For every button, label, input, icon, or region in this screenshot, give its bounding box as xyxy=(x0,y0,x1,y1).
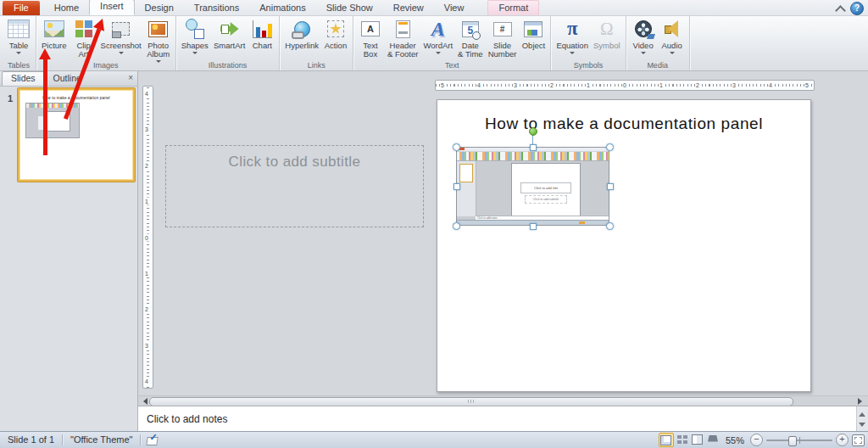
button-label: Video xyxy=(633,42,654,50)
action-button[interactable]: Action xyxy=(321,16,350,50)
close-panel-icon[interactable]: × xyxy=(128,73,133,83)
status-bar-right: 55% − + xyxy=(659,432,865,448)
tab-animations[interactable]: Animations xyxy=(249,1,315,15)
tab-file[interactable]: File xyxy=(3,1,40,15)
dropdown-arrow-icon xyxy=(192,52,198,57)
smartart-button[interactable]: SmartArt xyxy=(211,16,248,50)
ruler-number: 4 xyxy=(144,90,149,98)
ruler-number: 1 xyxy=(144,269,149,277)
date-time-button[interactable]: 5Date & Time xyxy=(455,16,486,59)
scroll-left-icon[interactable] xyxy=(140,398,147,405)
resize-handle-nw[interactable] xyxy=(453,143,460,151)
zoom-slider-thumb[interactable] xyxy=(788,436,797,446)
status-bar: Slide 1 of 1 "Office Theme" ✓ 55% − + xyxy=(0,431,868,448)
dropdown-arrow-icon xyxy=(16,52,21,57)
hyperlink-button[interactable]: Hyperlink xyxy=(282,16,321,50)
ruler-number: 2 xyxy=(695,81,700,89)
tab-home[interactable]: Home xyxy=(44,1,89,15)
tab-transitions[interactable]: Transitions xyxy=(184,1,249,15)
slide-show-view-icon xyxy=(708,435,718,444)
shapes-button[interactable]: Shapes xyxy=(179,16,211,57)
ribbon-group-symbols: πEquationΩSymbolSymbols xyxy=(551,15,626,70)
zoom-slider[interactable] xyxy=(766,434,832,445)
resize-handle-w[interactable] xyxy=(453,183,460,190)
dropdown-arrow-icon xyxy=(641,52,646,57)
button-label: Shapes xyxy=(181,42,209,50)
minimize-ribbon-icon[interactable] xyxy=(835,5,846,16)
audio-button[interactable]: Audio xyxy=(658,16,687,57)
fit-to-window-button[interactable] xyxy=(852,434,865,446)
tab-review[interactable]: Review xyxy=(383,1,434,15)
shapes-icon xyxy=(183,17,207,41)
photo-album-button[interactable]: Photo Album xyxy=(144,16,173,65)
ruler-number: 4 xyxy=(144,378,149,385)
scroll-down-icon[interactable] xyxy=(859,423,865,430)
ribbon-group-media: VideoAudioMedia xyxy=(626,15,690,70)
mini-thumbnail xyxy=(459,164,473,182)
tab-view[interactable]: View xyxy=(434,1,475,15)
zoom-out-button[interactable]: − xyxy=(750,434,763,446)
scroll-right-icon[interactable] xyxy=(858,398,865,405)
view-buttons xyxy=(659,433,720,447)
subtitle-placeholder[interactable]: Click to add subtitle xyxy=(165,145,424,227)
slide-sorter-view-button[interactable] xyxy=(676,433,689,445)
slide-number-button[interactable]: #Slide Number xyxy=(486,16,520,59)
button-label: Table xyxy=(9,42,29,50)
ribbon-group-links: HyperlinkActionLinks xyxy=(280,15,353,70)
picture-button[interactable]: Picture xyxy=(39,16,70,50)
header-footer-button[interactable]: Header & Footer xyxy=(385,16,420,59)
resize-handle-s[interactable] xyxy=(530,223,537,230)
zoom-in-button[interactable]: + xyxy=(836,434,849,446)
table-button[interactable]: Table xyxy=(4,16,33,57)
zoom-level-label[interactable]: 55% xyxy=(726,435,744,445)
reading-view-view-icon xyxy=(692,434,703,445)
ruler-number: 0 xyxy=(144,233,149,241)
button-label: Object xyxy=(522,42,545,50)
action-icon xyxy=(324,17,348,41)
slide-title[interactable]: How to make a documentation panel xyxy=(437,115,810,133)
equation-button[interactable]: πEquation xyxy=(554,16,591,57)
normal-view-button[interactable] xyxy=(659,433,674,447)
chart-button[interactable]: Chart xyxy=(248,16,276,50)
slides-panel: SlidesOutline× 1 How to make a documenta… xyxy=(0,71,138,432)
help-icon[interactable]: ? xyxy=(850,2,864,15)
spellcheck-icon[interactable]: ✓ xyxy=(146,434,159,445)
notes-scrollbar[interactable] xyxy=(856,406,868,433)
text-box-button[interactable]: AText Box xyxy=(356,16,385,59)
resize-handle-e[interactable] xyxy=(607,183,614,190)
tab-insert[interactable]: Insert xyxy=(89,0,135,15)
resize-handle-n[interactable] xyxy=(530,144,537,151)
video-button[interactable]: Video xyxy=(629,16,658,57)
annotation-arrow-picture xyxy=(39,48,51,155)
horizontal-ruler: 54321012345 xyxy=(435,80,815,91)
notes-placeholder[interactable]: Click to add notes xyxy=(147,413,227,425)
date-time-glyph: 5 xyxy=(468,25,474,36)
tab-slide-show[interactable]: Slide Show xyxy=(316,1,383,15)
ruler-number: 4 xyxy=(768,81,773,89)
scroll-up-icon[interactable] xyxy=(859,409,865,417)
resize-handle-sw[interactable] xyxy=(453,222,460,230)
mini-title-placeholder: Click to add title xyxy=(520,182,571,193)
slide-number-icon: # xyxy=(491,17,515,41)
audio-icon xyxy=(660,17,684,41)
button-label: Header & Footer xyxy=(387,42,418,59)
resize-handle-se[interactable] xyxy=(606,222,614,230)
notes-pane[interactable]: Click to add notes xyxy=(138,406,868,433)
tab-format[interactable]: Format xyxy=(487,0,539,15)
rotation-handle[interactable] xyxy=(529,127,537,136)
slide[interactable]: How to make a documentation panel Click … xyxy=(437,99,811,392)
resize-handle-ne[interactable] xyxy=(606,143,614,151)
equation-icon: π xyxy=(560,17,584,41)
text-box-glyph: A xyxy=(367,24,374,34)
selected-screenshot-image[interactable]: Click to add title Click to add subtitle… xyxy=(456,147,609,226)
hyperlink-icon xyxy=(290,17,314,41)
wordart-button[interactable]: AWordArt xyxy=(420,16,455,57)
slide-show-view-button[interactable] xyxy=(706,433,720,445)
smartart-icon xyxy=(218,17,242,41)
reading-view-view-button[interactable] xyxy=(691,433,704,445)
object-button[interactable]: Object xyxy=(519,16,548,50)
group-name: Links xyxy=(280,61,353,70)
slide-number-glyph: # xyxy=(500,25,505,34)
tab-design[interactable]: Design xyxy=(135,1,184,15)
theme-name[interactable]: "Office Theme" xyxy=(63,434,141,445)
